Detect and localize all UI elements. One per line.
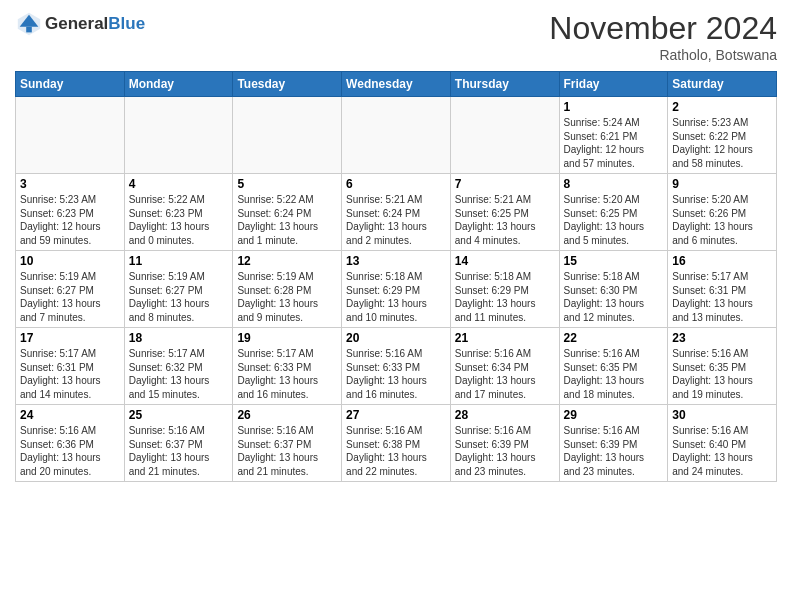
day-number: 6 bbox=[346, 177, 446, 191]
day-number: 12 bbox=[237, 254, 337, 268]
calendar-cell: 25Sunrise: 5:16 AMSunset: 6:37 PMDayligh… bbox=[124, 405, 233, 482]
day-number: 21 bbox=[455, 331, 555, 345]
week-row-3: 10Sunrise: 5:19 AMSunset: 6:27 PMDayligh… bbox=[16, 251, 777, 328]
calendar-cell bbox=[450, 97, 559, 174]
calendar-table: SundayMondayTuesdayWednesdayThursdayFrid… bbox=[15, 71, 777, 482]
day-number: 18 bbox=[129, 331, 229, 345]
day-number: 4 bbox=[129, 177, 229, 191]
day-info: Sunrise: 5:20 AMSunset: 6:25 PMDaylight:… bbox=[564, 193, 664, 247]
calendar-cell: 4Sunrise: 5:22 AMSunset: 6:23 PMDaylight… bbox=[124, 174, 233, 251]
calendar-cell: 29Sunrise: 5:16 AMSunset: 6:39 PMDayligh… bbox=[559, 405, 668, 482]
day-number: 10 bbox=[20, 254, 120, 268]
calendar-cell: 9Sunrise: 5:20 AMSunset: 6:26 PMDaylight… bbox=[668, 174, 777, 251]
day-info: Sunrise: 5:18 AMSunset: 6:29 PMDaylight:… bbox=[346, 270, 446, 324]
day-info: Sunrise: 5:16 AMSunset: 6:35 PMDaylight:… bbox=[564, 347, 664, 401]
day-number: 8 bbox=[564, 177, 664, 191]
calendar-cell: 28Sunrise: 5:16 AMSunset: 6:39 PMDayligh… bbox=[450, 405, 559, 482]
logo-icon bbox=[15, 10, 43, 38]
calendar-cell: 11Sunrise: 5:19 AMSunset: 6:27 PMDayligh… bbox=[124, 251, 233, 328]
location: Ratholo, Botswana bbox=[549, 47, 777, 63]
calendar-cell: 13Sunrise: 5:18 AMSunset: 6:29 PMDayligh… bbox=[342, 251, 451, 328]
day-info: Sunrise: 5:20 AMSunset: 6:26 PMDaylight:… bbox=[672, 193, 772, 247]
week-row-1: 1Sunrise: 5:24 AMSunset: 6:21 PMDaylight… bbox=[16, 97, 777, 174]
day-number: 27 bbox=[346, 408, 446, 422]
day-number: 7 bbox=[455, 177, 555, 191]
calendar-cell: 5Sunrise: 5:22 AMSunset: 6:24 PMDaylight… bbox=[233, 174, 342, 251]
weekday-header-sunday: Sunday bbox=[16, 72, 125, 97]
day-info: Sunrise: 5:16 AMSunset: 6:36 PMDaylight:… bbox=[20, 424, 120, 478]
week-row-5: 24Sunrise: 5:16 AMSunset: 6:36 PMDayligh… bbox=[16, 405, 777, 482]
calendar-cell: 7Sunrise: 5:21 AMSunset: 6:25 PMDaylight… bbox=[450, 174, 559, 251]
day-info: Sunrise: 5:17 AMSunset: 6:31 PMDaylight:… bbox=[672, 270, 772, 324]
calendar-cell: 24Sunrise: 5:16 AMSunset: 6:36 PMDayligh… bbox=[16, 405, 125, 482]
logo-general: General bbox=[45, 14, 108, 33]
calendar-cell bbox=[233, 97, 342, 174]
calendar-cell: 12Sunrise: 5:19 AMSunset: 6:28 PMDayligh… bbox=[233, 251, 342, 328]
day-info: Sunrise: 5:23 AMSunset: 6:22 PMDaylight:… bbox=[672, 116, 772, 170]
day-number: 15 bbox=[564, 254, 664, 268]
day-number: 25 bbox=[129, 408, 229, 422]
weekday-header-friday: Friday bbox=[559, 72, 668, 97]
calendar-cell: 2Sunrise: 5:23 AMSunset: 6:22 PMDaylight… bbox=[668, 97, 777, 174]
calendar-page: GeneralBlue November 2024 Ratholo, Botsw… bbox=[0, 0, 792, 612]
calendar-cell: 20Sunrise: 5:16 AMSunset: 6:33 PMDayligh… bbox=[342, 328, 451, 405]
day-number: 28 bbox=[455, 408, 555, 422]
day-info: Sunrise: 5:16 AMSunset: 6:39 PMDaylight:… bbox=[564, 424, 664, 478]
calendar-cell bbox=[16, 97, 125, 174]
calendar-cell: 18Sunrise: 5:17 AMSunset: 6:32 PMDayligh… bbox=[124, 328, 233, 405]
day-info: Sunrise: 5:19 AMSunset: 6:27 PMDaylight:… bbox=[20, 270, 120, 324]
day-info: Sunrise: 5:19 AMSunset: 6:27 PMDaylight:… bbox=[129, 270, 229, 324]
day-number: 3 bbox=[20, 177, 120, 191]
calendar-cell: 6Sunrise: 5:21 AMSunset: 6:24 PMDaylight… bbox=[342, 174, 451, 251]
day-info: Sunrise: 5:16 AMSunset: 6:37 PMDaylight:… bbox=[237, 424, 337, 478]
day-info: Sunrise: 5:16 AMSunset: 6:33 PMDaylight:… bbox=[346, 347, 446, 401]
calendar-cell: 10Sunrise: 5:19 AMSunset: 6:27 PMDayligh… bbox=[16, 251, 125, 328]
day-number: 24 bbox=[20, 408, 120, 422]
day-number: 13 bbox=[346, 254, 446, 268]
day-info: Sunrise: 5:23 AMSunset: 6:23 PMDaylight:… bbox=[20, 193, 120, 247]
calendar-cell: 1Sunrise: 5:24 AMSunset: 6:21 PMDaylight… bbox=[559, 97, 668, 174]
calendar-cell: 15Sunrise: 5:18 AMSunset: 6:30 PMDayligh… bbox=[559, 251, 668, 328]
day-number: 2 bbox=[672, 100, 772, 114]
day-info: Sunrise: 5:22 AMSunset: 6:24 PMDaylight:… bbox=[237, 193, 337, 247]
day-info: Sunrise: 5:21 AMSunset: 6:24 PMDaylight:… bbox=[346, 193, 446, 247]
day-number: 9 bbox=[672, 177, 772, 191]
calendar-cell: 26Sunrise: 5:16 AMSunset: 6:37 PMDayligh… bbox=[233, 405, 342, 482]
day-info: Sunrise: 5:19 AMSunset: 6:28 PMDaylight:… bbox=[237, 270, 337, 324]
header: GeneralBlue November 2024 Ratholo, Botsw… bbox=[15, 10, 777, 63]
day-info: Sunrise: 5:16 AMSunset: 6:35 PMDaylight:… bbox=[672, 347, 772, 401]
svg-rect-2 bbox=[26, 27, 32, 33]
day-number: 20 bbox=[346, 331, 446, 345]
calendar-cell bbox=[342, 97, 451, 174]
day-info: Sunrise: 5:22 AMSunset: 6:23 PMDaylight:… bbox=[129, 193, 229, 247]
day-number: 16 bbox=[672, 254, 772, 268]
day-info: Sunrise: 5:24 AMSunset: 6:21 PMDaylight:… bbox=[564, 116, 664, 170]
day-number: 23 bbox=[672, 331, 772, 345]
day-info: Sunrise: 5:17 AMSunset: 6:31 PMDaylight:… bbox=[20, 347, 120, 401]
day-number: 22 bbox=[564, 331, 664, 345]
day-number: 29 bbox=[564, 408, 664, 422]
day-number: 19 bbox=[237, 331, 337, 345]
weekday-header-thursday: Thursday bbox=[450, 72, 559, 97]
weekday-header-wednesday: Wednesday bbox=[342, 72, 451, 97]
day-number: 17 bbox=[20, 331, 120, 345]
day-info: Sunrise: 5:16 AMSunset: 6:39 PMDaylight:… bbox=[455, 424, 555, 478]
day-info: Sunrise: 5:21 AMSunset: 6:25 PMDaylight:… bbox=[455, 193, 555, 247]
calendar-cell: 23Sunrise: 5:16 AMSunset: 6:35 PMDayligh… bbox=[668, 328, 777, 405]
calendar-body: 1Sunrise: 5:24 AMSunset: 6:21 PMDaylight… bbox=[16, 97, 777, 482]
day-info: Sunrise: 5:17 AMSunset: 6:33 PMDaylight:… bbox=[237, 347, 337, 401]
calendar-cell: 8Sunrise: 5:20 AMSunset: 6:25 PMDaylight… bbox=[559, 174, 668, 251]
logo-blue: Blue bbox=[108, 14, 145, 33]
calendar-cell bbox=[124, 97, 233, 174]
day-number: 5 bbox=[237, 177, 337, 191]
calendar-cell: 17Sunrise: 5:17 AMSunset: 6:31 PMDayligh… bbox=[16, 328, 125, 405]
weekday-header-saturday: Saturday bbox=[668, 72, 777, 97]
weekday-header-row: SundayMondayTuesdayWednesdayThursdayFrid… bbox=[16, 72, 777, 97]
calendar-cell: 3Sunrise: 5:23 AMSunset: 6:23 PMDaylight… bbox=[16, 174, 125, 251]
weekday-header-monday: Monday bbox=[124, 72, 233, 97]
calendar-cell: 19Sunrise: 5:17 AMSunset: 6:33 PMDayligh… bbox=[233, 328, 342, 405]
week-row-2: 3Sunrise: 5:23 AMSunset: 6:23 PMDaylight… bbox=[16, 174, 777, 251]
day-info: Sunrise: 5:16 AMSunset: 6:40 PMDaylight:… bbox=[672, 424, 772, 478]
calendar-cell: 14Sunrise: 5:18 AMSunset: 6:29 PMDayligh… bbox=[450, 251, 559, 328]
day-number: 14 bbox=[455, 254, 555, 268]
